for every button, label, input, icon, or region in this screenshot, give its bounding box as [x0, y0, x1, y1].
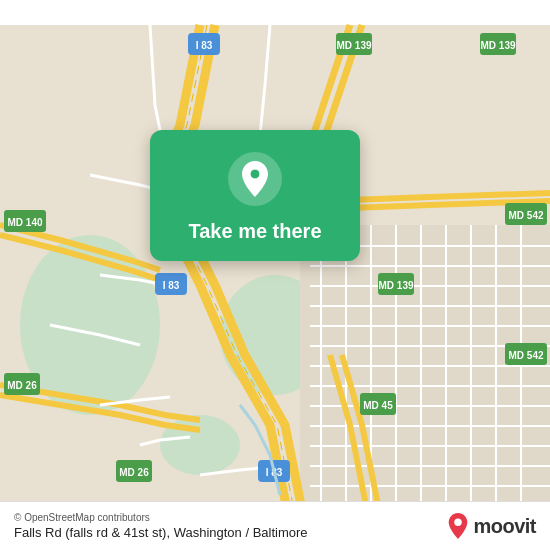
svg-text:MD 139: MD 139 [480, 40, 515, 51]
bottom-left: © OpenStreetMap contributors Falls Rd (f… [14, 512, 308, 540]
bottom-bar: © OpenStreetMap contributors Falls Rd (f… [0, 501, 550, 550]
map-background: I 83 MD 139 MD 139 I 83 I 83 MD 140 MD 2… [0, 0, 550, 550]
map-container: I 83 MD 139 MD 139 I 83 I 83 MD 140 MD 2… [0, 0, 550, 550]
location-name: Falls Rd (falls rd & 41st st), Washingto… [14, 525, 308, 540]
svg-text:MD 139: MD 139 [336, 40, 371, 51]
take-me-there-card[interactable]: Take me there [150, 130, 360, 261]
svg-text:MD 45: MD 45 [363, 400, 393, 411]
svg-text:I 83: I 83 [163, 280, 180, 291]
copyright-text: © OpenStreetMap contributors [14, 512, 308, 523]
svg-rect-23 [445, 225, 447, 525]
location-pin-icon [240, 161, 270, 197]
svg-text:MD 26: MD 26 [119, 467, 149, 478]
location-icon-wrapper [228, 152, 282, 206]
svg-point-52 [455, 519, 462, 526]
svg-rect-24 [470, 225, 472, 525]
svg-rect-25 [495, 225, 497, 525]
svg-rect-26 [520, 225, 522, 525]
svg-rect-21 [395, 225, 397, 525]
svg-text:MD 140: MD 140 [7, 217, 42, 228]
svg-text:I 83: I 83 [196, 40, 213, 51]
svg-text:MD 139: MD 139 [378, 280, 413, 291]
svg-text:MD 26: MD 26 [7, 380, 37, 391]
moovit-text: moovit [473, 515, 536, 538]
svg-text:MD 542: MD 542 [508, 350, 543, 361]
card-label: Take me there [188, 220, 321, 243]
svg-text:MD 542: MD 542 [508, 210, 543, 221]
moovit-pin-icon [447, 513, 469, 539]
svg-rect-18 [320, 225, 322, 525]
svg-point-51 [251, 170, 259, 178]
svg-rect-22 [420, 225, 422, 525]
moovit-logo: moovit [447, 513, 536, 539]
